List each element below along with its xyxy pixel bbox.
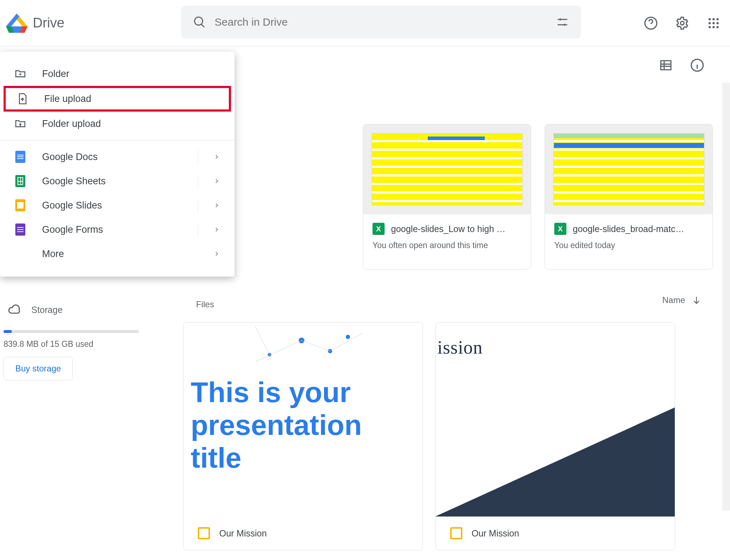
drive-logo[interactable]: Drive <box>4 14 65 33</box>
file-card[interactable]: ission Our Mission <box>436 322 675 550</box>
files-heading: Files <box>196 299 214 309</box>
storage-used-text: 839.8 MB of 15 GB used <box>4 339 135 349</box>
suggested-title: google-slides_broad-matc… <box>573 224 684 234</box>
svg-point-6 <box>713 18 715 20</box>
storage-label: Storage <box>31 305 63 315</box>
chevron-right-icon <box>213 153 220 160</box>
file-card[interactable]: This is your presentation title Our Miss… <box>183 322 423 550</box>
file-upload-icon <box>16 93 29 105</box>
storage-section: Storage 839.8 MB of 15 GB used Buy stora… <box>4 299 135 380</box>
search-options-icon[interactable] <box>554 14 571 31</box>
menu-item-label: More <box>42 248 64 260</box>
details-info-icon[interactable] <box>688 56 706 75</box>
help-icon[interactable] <box>642 14 660 32</box>
svg-point-8 <box>709 22 711 24</box>
thumb-heading: This is your presentation title <box>191 376 415 474</box>
menu-item-label: File upload <box>44 93 91 104</box>
suggested-card[interactable]: X google-slides_Low to high … You often … <box>363 124 531 269</box>
svg-point-7 <box>716 18 719 20</box>
app-title: Drive <box>33 15 65 31</box>
list-view-icon[interactable] <box>657 56 675 75</box>
files-grid: This is your presentation title Our Miss… <box>183 322 675 550</box>
chevron-right-icon <box>213 226 220 233</box>
scrollbar[interactable] <box>722 83 730 510</box>
docs-icon <box>14 151 26 163</box>
cloud-icon <box>8 303 21 317</box>
menu-item-google-docs[interactable]: Google Docs <box>0 145 235 169</box>
suggested-thumbnail <box>545 124 713 214</box>
sort-control[interactable]: Name <box>662 295 701 305</box>
file-thumbnail: This is your presentation title <box>184 323 422 517</box>
file-title: Our Mission <box>219 528 267 539</box>
forms-icon <box>14 224 26 236</box>
sidebar-item-storage[interactable]: Storage <box>4 299 135 320</box>
settings-gear-icon[interactable] <box>673 14 692 32</box>
folder-upload-icon <box>14 118 26 130</box>
menu-item-label: Google Forms <box>42 224 103 235</box>
file-title: Our Mission <box>472 528 519 539</box>
suggested-subtitle: You often open around this time <box>363 237 531 250</box>
sheets-icon: X <box>554 223 566 235</box>
menu-item-label: Folder upload <box>42 118 101 129</box>
menu-separator <box>0 140 235 140</box>
chevron-right-icon <box>213 250 220 257</box>
suggested-row: Your tation Title y of Orlando · SlidesC… <box>235 124 720 269</box>
svg-point-13 <box>716 26 719 28</box>
menu-item-label: Folder <box>42 68 70 79</box>
svg-point-19 <box>346 335 350 339</box>
search-icon[interactable] <box>191 14 208 31</box>
svg-point-9 <box>713 22 715 24</box>
new-context-menu: Folder File upload Folder upload Google … <box>0 52 235 277</box>
suggested-subtitle: You edited today <box>545 237 713 250</box>
sort-label-text: Name <box>662 295 685 305</box>
menu-item-label: Google Slides <box>42 200 102 211</box>
search-input[interactable] <box>208 16 554 28</box>
menu-item-google-slides[interactable]: Google Slides <box>0 193 235 217</box>
drive-header: Drive <box>0 0 730 46</box>
svg-point-12 <box>713 26 715 28</box>
suggested-card[interactable]: X google-slides_broad-matc… You edited t… <box>545 124 713 269</box>
suggested-title: google-slides_Low to high … <box>391 224 505 234</box>
menu-item-label: Google Docs <box>42 151 98 163</box>
slides-icon <box>14 199 26 211</box>
menu-item-file-upload[interactable]: File upload <box>4 86 231 112</box>
menu-item-folder-upload[interactable]: Folder upload <box>0 112 235 136</box>
svg-rect-14 <box>661 61 671 70</box>
sheets-icon <box>14 175 26 187</box>
search-bar[interactable] <box>181 6 581 38</box>
chevron-right-icon <box>213 202 220 209</box>
svg-point-10 <box>716 22 719 24</box>
sheets-icon: X <box>372 223 385 235</box>
thumb-heading: ission <box>437 337 483 358</box>
folder-plus-icon <box>14 68 26 80</box>
menu-item-label: Google Sheets <box>42 176 106 187</box>
chevron-right-icon <box>213 178 220 185</box>
decorative-dots <box>255 326 362 369</box>
storage-progress-bar <box>4 330 139 333</box>
header-right-icons <box>642 0 723 46</box>
svg-point-11 <box>709 26 711 28</box>
buy-storage-button[interactable]: Buy storage <box>4 357 73 380</box>
slides-icon <box>450 527 462 539</box>
slides-icon <box>198 527 210 539</box>
menu-item-more[interactable]: More <box>0 242 235 266</box>
svg-point-4 <box>680 21 684 25</box>
svg-point-5 <box>709 18 711 20</box>
arrow-down-icon <box>692 295 701 305</box>
menu-item-google-forms[interactable]: Google Forms <box>0 217 235 242</box>
file-thumbnail: ission <box>436 323 675 517</box>
apps-grid-icon[interactable] <box>704 14 723 32</box>
suggested-thumbnail <box>363 124 531 214</box>
menu-item-folder[interactable]: Folder <box>0 62 235 86</box>
menu-item-google-sheets[interactable]: Google Sheets <box>0 169 235 193</box>
drive-logo-icon <box>6 14 28 33</box>
